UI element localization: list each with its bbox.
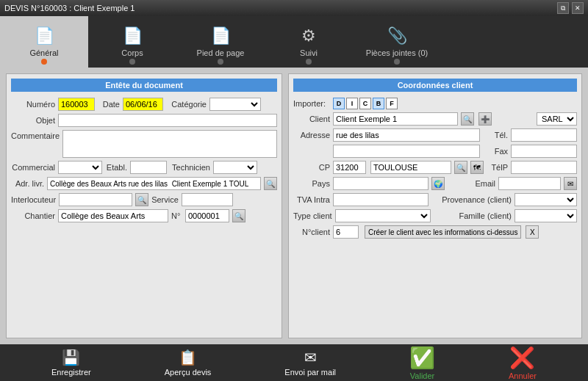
n-label: N°	[171, 211, 182, 220]
pieces-icon: 📎	[387, 26, 407, 46]
etabl-input[interactable]	[130, 161, 167, 174]
row-importer: Importer: D I C B F	[293, 98, 577, 109]
commercial-label: Commercial	[11, 163, 55, 172]
creer-x-btn[interactable]: X	[526, 225, 539, 239]
row-tva: TVA Intra Provenance (client)	[293, 193, 577, 206]
client-lookup-btn[interactable]: 🔍	[461, 112, 474, 126]
creer-client-btn[interactable]: Créer le client avec les informations ci…	[365, 225, 521, 239]
n-input[interactable]	[185, 209, 229, 222]
client-label: Client	[293, 115, 330, 123]
nclient-label: N°client	[293, 228, 330, 236]
import-btn-f[interactable]: F	[386, 98, 398, 109]
provenance-select[interactable]	[514, 193, 577, 206]
client-add-btn[interactable]: ➕	[478, 112, 492, 126]
apercu-btn[interactable]: 📋 Aperçu devis	[165, 349, 212, 377]
import-buttons: D I C B F	[333, 98, 398, 109]
commentaire-textarea[interactable]	[62, 130, 277, 158]
pays-lookup-btn[interactable]: 🌍	[431, 177, 445, 190]
valider-btn[interactable]: ✅ Valider	[409, 346, 435, 380]
technicien-select[interactable]	[213, 161, 257, 174]
cp-input[interactable]	[333, 161, 366, 174]
service-label: Service	[151, 195, 179, 204]
email-send-btn[interactable]: ✉	[564, 177, 577, 190]
nclient-input[interactable]	[333, 225, 359, 239]
pays-input[interactable]	[333, 177, 429, 190]
import-btn-d[interactable]: D	[333, 98, 345, 109]
adr-livr-input[interactable]	[47, 177, 261, 190]
row-commercial: Commercial Etabl. Technicien	[11, 161, 277, 174]
tab-pieces[interactable]: 📎 Pièces jointes (0)	[353, 16, 441, 68]
adr-livr-lookup-btn[interactable]: 🔍	[264, 177, 277, 190]
row-client: Client 🔍 ➕ SARL	[293, 112, 577, 126]
apercu-icon: 📋	[179, 349, 197, 366]
service-input[interactable]	[182, 193, 233, 206]
row-objet: Objet	[11, 114, 277, 127]
interlocuteur-lookup-btn[interactable]: 🔍	[135, 193, 148, 206]
pays-label: Pays	[293, 179, 330, 188]
cp-lookup-btn1[interactable]: 🔍	[454, 161, 467, 174]
row-adresse2: Fax	[293, 145, 577, 158]
chantier-input[interactable]	[58, 209, 168, 222]
objet-input[interactable]	[58, 114, 277, 127]
import-btn-i[interactable]: I	[346, 98, 358, 109]
tel-label: Tél.	[490, 131, 508, 139]
categorie-select[interactable]	[209, 98, 261, 111]
famille-select[interactable]	[514, 209, 577, 222]
tab-bar: 📄 Général 📄 Corps 📄 Pied de page ⚙ Suivi…	[0, 16, 588, 68]
close-btn[interactable]: ✕	[572, 2, 584, 14]
date-input[interactable]	[123, 98, 163, 111]
telp-label: TélP	[490, 163, 508, 172]
date-label: Date	[98, 100, 120, 109]
row-adresse: Adresse Tél.	[293, 128, 577, 142]
row-cp: CP 🔍 🗺 TélP	[293, 161, 577, 174]
tva-input[interactable]	[333, 193, 429, 206]
entete-panel: Entête du document Numéro Date Catégorie…	[6, 73, 282, 338]
tel-input[interactable]	[511, 128, 577, 142]
entete-title: Entête du document	[11, 79, 277, 92]
fax-input[interactable]	[511, 145, 577, 158]
email-input[interactable]	[498, 177, 561, 190]
tab-dot-corps	[129, 59, 135, 65]
sarl-select[interactable]: SARL	[537, 112, 577, 126]
email-label: Email	[470, 179, 495, 188]
tab-suivi[interactable]: ⚙ Suivi	[265, 16, 353, 68]
adresse2-input[interactable]	[333, 145, 480, 158]
tva-label: TVA Intra	[293, 195, 330, 204]
etabl-label: Etabl.	[105, 163, 127, 172]
importer-label: Importer:	[293, 99, 330, 108]
window-controls: ⧉ ✕	[557, 2, 584, 14]
technicien-label: Technicien	[170, 163, 210, 172]
adresse-input[interactable]	[333, 128, 480, 142]
cp-label: CP	[293, 163, 330, 172]
type-client-select[interactable]	[335, 209, 431, 222]
adr-livr-label: Adr. livr.	[11, 179, 44, 188]
enregistrer-btn[interactable]: 💾 Enregistrer	[51, 349, 91, 377]
general-icon: 📄	[35, 26, 54, 46]
row-pays: Pays 🌍 Email ✉	[293, 177, 577, 190]
provenance-label: Provenance (client)	[438, 195, 512, 204]
tab-pied[interactable]: 📄 Pied de page	[176, 16, 265, 68]
interlocuteur-input[interactable]	[59, 193, 132, 206]
import-btn-b[interactable]: B	[373, 98, 384, 109]
tab-general[interactable]: 📄 Général	[0, 16, 88, 68]
suivi-icon: ⚙	[301, 26, 316, 46]
cp-lookup-btn2[interactable]: 🗺	[470, 161, 484, 174]
numero-label: Numéro	[11, 100, 55, 109]
import-btn-c[interactable]: C	[359, 98, 371, 109]
tab-corps[interactable]: 📄 Corps	[88, 16, 176, 68]
row-type-client: Type client Famille (client)	[293, 209, 577, 222]
annuler-btn[interactable]: ❌ Annuler	[509, 346, 537, 380]
chantier-lookup-btn[interactable]: 🔍	[232, 209, 245, 222]
envoi-btn[interactable]: ✉ Envoi par mail	[284, 349, 336, 377]
title-text: DEVIS N°160003 : Client Exemple 1	[4, 4, 135, 12]
restore-btn[interactable]: ⧉	[557, 2, 569, 14]
numero-input[interactable]	[58, 98, 95, 111]
row-numero: Numéro Date Catégorie	[11, 98, 277, 111]
famille-label: Famille (client)	[438, 211, 512, 220]
client-input[interactable]	[333, 112, 458, 126]
ville-input[interactable]	[370, 161, 451, 174]
telp-input[interactable]	[511, 161, 577, 174]
commercial-select[interactable]	[58, 161, 102, 174]
type-client-label: Type client	[293, 211, 332, 220]
chantier-label: Chantier	[11, 211, 55, 220]
